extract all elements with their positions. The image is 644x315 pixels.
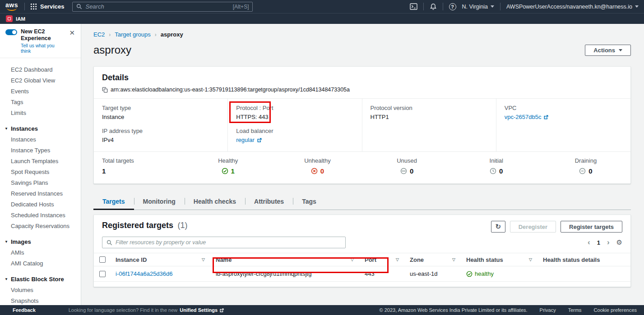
deregister-button[interactable]: Deregister (510, 221, 556, 233)
healthy-count: 1 (231, 167, 235, 175)
breadcrumb-target-groups[interactable]: Target groups (115, 31, 151, 38)
sidebar-item-dedicated-hosts[interactable]: Dedicated Hosts (0, 199, 81, 210)
cloudshell-icon[interactable] (410, 3, 417, 10)
privacy-link[interactable]: Privacy (540, 307, 556, 313)
minus-circle-icon (579, 168, 586, 174)
row-checkbox[interactable] (99, 271, 106, 277)
terms-link[interactable]: Terms (568, 307, 582, 313)
actions-button[interactable]: Actions (585, 45, 631, 56)
sidebar-item-launch-templates[interactable]: Launch Templates (0, 155, 81, 166)
target-health-summary: Total targets 1 Healthy 1 (94, 151, 630, 183)
page-number: 1 (597, 239, 600, 246)
sidebar-item-capacity-reservations[interactable]: Capacity Reservations (0, 220, 81, 231)
copy-icon[interactable] (102, 87, 108, 93)
tab-attributes[interactable]: Attributes (245, 194, 293, 210)
load-balancer-link[interactable]: regular (236, 136, 353, 144)
breadcrumb-ec2[interactable]: EC2 (93, 31, 105, 38)
sidebar-item-tags[interactable]: Tags (0, 96, 81, 107)
search-input[interactable] (85, 3, 229, 10)
sidebar-item-ec2-dashboard[interactable]: EC2 Dashboard (0, 64, 81, 75)
registered-targets-count: (1) (178, 221, 188, 230)
sidebar-item-instances[interactable]: Instances (0, 134, 81, 145)
select-all-checkbox[interactable] (99, 256, 106, 263)
sidebar-section-ebs[interactable]: ▼ Elastic Block Store (0, 274, 81, 284)
tab-health-checks[interactable]: Health checks (185, 194, 245, 210)
vpc-link[interactable]: vpc-2657db5c (505, 113, 622, 121)
column-header-zone: Zone (410, 256, 424, 263)
column-header-health-status-details: Health status details (543, 256, 600, 263)
sort-icon[interactable]: ▽ (452, 257, 455, 262)
services-menu-button[interactable]: Services (25, 3, 70, 10)
feedback-button[interactable]: Feedback (13, 307, 36, 313)
account-menu[interactable]: AWSPowerUserAccess/navaneeth.kn@harness.… (506, 4, 639, 10)
tab-monitoring[interactable]: Monitoring (134, 194, 185, 210)
region-selector[interactable]: N. Virginia (462, 4, 494, 10)
feedback-link[interactable]: Tell us what you think (21, 43, 64, 54)
breadcrumb: EC2 › Target groups › asproxy (93, 31, 631, 38)
console-footer: Feedback Looking for language selection?… (0, 305, 644, 315)
field-label: Protocol version (371, 104, 488, 112)
target-name-cell: lb-asproxytyler-cfcg8jru1tmmqpntsjtg (211, 270, 360, 277)
stat-label: Draining (541, 157, 630, 164)
refresh-icon: ↻ (495, 223, 501, 231)
sort-icon[interactable]: ▽ (351, 257, 354, 262)
sidebar-item-savings-plans[interactable]: Savings Plans (0, 177, 81, 188)
breadcrumb-separator-icon: › (109, 32, 111, 38)
settings-gear-icon[interactable]: ⚙ (616, 238, 622, 247)
filter-input[interactable] (116, 239, 341, 246)
search-icon (76, 4, 82, 9)
aws-logo[interactable]: aws (5, 2, 18, 11)
sidebar-item-ec2-global-view[interactable]: EC2 Global View (0, 75, 81, 86)
external-link-icon (543, 114, 549, 120)
search-shortcut-hint: [Alt+S] (233, 4, 249, 10)
help-icon[interactable]: ? (449, 3, 456, 10)
ellipsis-circle-icon (400, 168, 407, 174)
field-label: Protocol : Port (236, 104, 353, 112)
sidebar-item-scheduled-instances[interactable]: Scheduled Instances (0, 210, 81, 220)
field-label: IP address type (102, 127, 219, 135)
tab-tags[interactable]: Tags (293, 194, 325, 210)
stat-label: Initial (452, 157, 541, 164)
next-page-icon[interactable]: › (607, 239, 610, 246)
notifications-bell-icon[interactable] (430, 3, 437, 10)
sort-icon[interactable]: ▽ (396, 257, 399, 262)
filter-box (102, 237, 346, 248)
sidebar-section-instances[interactable]: ▼ Instances (0, 123, 81, 134)
new-experience-toggle[interactable] (5, 29, 17, 35)
sidebar-item-ami-catalog[interactable]: AMI Catalog (0, 258, 81, 269)
registered-targets-title: Registered targets (102, 221, 173, 230)
protocol-port-value: HTTPS: 443 (236, 113, 353, 121)
unified-settings-link[interactable]: Unified Settings (180, 307, 224, 313)
register-targets-button[interactable]: Register targets (561, 221, 622, 233)
close-icon[interactable]: ✕ (68, 28, 76, 37)
account-label: AWSPowerUserAccess/navaneeth.kn@harness.… (506, 4, 632, 10)
unhealthy-count: 0 (320, 167, 324, 175)
sidebar-item-volumes[interactable]: Volumes (0, 284, 81, 295)
refresh-button[interactable]: ↻ (491, 221, 505, 233)
iam-service-icon (6, 15, 13, 22)
table-header-row: Instance ID ▽ Name ▽ Port ▽ Zone (94, 253, 630, 266)
previous-page-icon[interactable]: ‹ (588, 239, 590, 246)
cookie-preferences-link[interactable]: Cookie preferences (594, 307, 637, 313)
tab-targets[interactable]: Targets (93, 194, 134, 210)
sidebar-item-spot-requests[interactable]: Spot Requests (0, 166, 81, 177)
aws-logo-text: aws (5, 2, 18, 8)
x-circle-icon (311, 168, 318, 174)
sidebar-item-instance-types[interactable]: Instance Types (0, 145, 81, 155)
check-circle-icon (466, 271, 473, 277)
favorite-iam[interactable]: IAM (6, 15, 25, 22)
sidebar-item-snapshots[interactable]: Snapshots (0, 295, 81, 306)
field-label: Target type (102, 104, 219, 112)
stat-label: Unused (362, 157, 452, 164)
global-search[interactable]: [Alt+S] (72, 2, 253, 12)
sort-icon[interactable]: ▽ (529, 257, 532, 262)
sidebar-item-limits[interactable]: Limits (0, 107, 81, 118)
top-navbar-right: ? N. Virginia AWSPowerUserAccess/navanee… (410, 3, 639, 10)
sidebar-section-images[interactable]: ▼ Images (0, 236, 81, 247)
sidebar-item-events[interactable]: Events (0, 86, 81, 96)
sort-icon[interactable]: ▽ (202, 257, 205, 262)
target-zone-cell: us-east-1d (405, 270, 462, 277)
sidebar-item-reserved-instances[interactable]: Reserved Instances (0, 188, 81, 199)
sidebar-item-amis[interactable]: AMIs (0, 247, 81, 258)
instance-id-link[interactable]: i-06f1744a6a25d36d6 (116, 270, 173, 277)
